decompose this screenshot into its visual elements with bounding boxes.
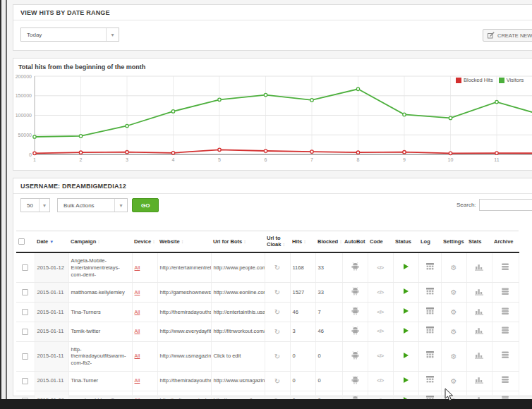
cell-campaign: Tina-Turners [68, 303, 132, 322]
log-calendar-icon[interactable] [426, 326, 434, 334]
code-icon[interactable]: </> [377, 264, 383, 271]
row-checkbox[interactable] [22, 289, 28, 295]
column-header-website[interactable]: Website↕ [157, 231, 211, 253]
cell-autobot [342, 322, 368, 341]
gear-icon[interactable]: ⚙ [451, 353, 457, 360]
cell-log [418, 322, 441, 341]
code-icon[interactable]: </> [377, 328, 383, 334]
archive-stack-icon[interactable] [501, 263, 509, 271]
bulk-actions-select[interactable]: Bulk Actions ▾ [57, 198, 128, 212]
archive-stack-icon[interactable] [501, 307, 509, 315]
cell-log [418, 303, 441, 322]
column-header-blocked[interactable]: Blocked↕ [315, 231, 342, 253]
select-all-checkbox[interactable] [18, 238, 25, 245]
device-all-link[interactable]: All [135, 265, 140, 270]
column-header-hits[interactable]: Hits↕ [290, 231, 315, 253]
log-calendar-icon[interactable] [426, 307, 434, 315]
column-header-campaign[interactable]: Campaign↕ [68, 231, 132, 253]
column-header-log: Log [418, 231, 441, 253]
status-play-icon[interactable] [404, 308, 409, 314]
autobot-android-icon[interactable] [351, 262, 359, 271]
cell-device: All [132, 283, 157, 303]
archive-stack-icon[interactable] [501, 351, 509, 359]
date-range-select[interactable]: Today ▾ [20, 28, 119, 42]
stats-chart-icon[interactable] [475, 307, 483, 315]
chevron-down-icon: ▾ [106, 28, 119, 41]
refresh-icon[interactable]: ↻ [274, 264, 280, 271]
gear-icon[interactable]: ⚙ [451, 377, 457, 385]
stats-chart-icon[interactable] [475, 288, 483, 295]
refresh-icon[interactable]: ↻ [274, 377, 280, 385]
cell-autobot [342, 283, 368, 303]
row-checkbox[interactable] [22, 378, 28, 384]
chart-title: Total hits from the beginning of the mon… [18, 63, 145, 71]
log-calendar-icon[interactable] [426, 263, 434, 271]
autobot-android-icon[interactable] [351, 351, 359, 360]
row-checkbox[interactable] [22, 309, 28, 315]
stats-chart-icon[interactable] [475, 376, 483, 384]
autobot-android-icon[interactable] [351, 376, 359, 384]
device-all-link[interactable]: All [135, 378, 140, 383]
autobot-android-icon[interactable] [351, 307, 359, 315]
create-new-campaign-button[interactable]: CREATE NEW CAMPAIGN [483, 29, 532, 42]
code-icon[interactable]: </> [377, 353, 383, 359]
log-calendar-icon[interactable] [426, 376, 434, 384]
code-icon[interactable]: </> [377, 309, 383, 315]
status-play-icon[interactable] [404, 264, 409, 269]
device-all-link[interactable]: All [135, 290, 140, 295]
device-all-link[interactable]: All [135, 329, 140, 334]
stats-chart-icon[interactable] [475, 326, 483, 334]
page-size-select[interactable]: 50 ▾ [20, 198, 50, 212]
search-input[interactable] [479, 199, 532, 211]
refresh-icon[interactable]: ↻ [274, 308, 280, 316]
create-new-campaign-label: CREATE NEW CAMPAIGN [497, 32, 532, 39]
gear-icon[interactable]: ⚙ [451, 308, 457, 316]
cell-checkbox [16, 371, 35, 391]
column-header-date[interactable]: Date▼ [35, 231, 68, 253]
autobot-android-icon[interactable] [351, 287, 359, 295]
row-checkbox[interactable] [22, 264, 28, 271]
code-icon[interactable]: </> [377, 377, 383, 384]
svg-text:6: 6 [265, 157, 267, 162]
gear-icon[interactable]: ⚙ [451, 264, 457, 271]
stats-chart-icon[interactable] [475, 263, 483, 271]
status-play-icon[interactable] [404, 328, 409, 334]
status-play-icon[interactable] [404, 353, 409, 358]
log-calendar-icon[interactable] [426, 351, 434, 359]
svg-text:7: 7 [310, 157, 313, 162]
status-play-icon[interactable] [404, 377, 409, 383]
cell-archive [492, 341, 519, 371]
autobot-android-icon[interactable] [351, 326, 359, 335]
cell-checkbox [16, 252, 35, 283]
device-all-link[interactable]: All [135, 353, 140, 358]
cell-status [393, 303, 418, 322]
code-icon[interactable]: </> [377, 289, 383, 295]
refresh-icon[interactable]: ↻ [274, 288, 280, 296]
cell-date: 2015-01-11 [35, 371, 68, 391]
column-header-device[interactable]: Device↕ [132, 231, 157, 253]
sort-icon: ↕ [152, 239, 155, 244]
archive-stack-icon[interactable] [501, 376, 509, 384]
device-all-link[interactable]: All [135, 310, 140, 315]
refresh-icon[interactable]: ↻ [274, 328, 280, 336]
log-calendar-icon[interactable] [426, 288, 434, 295]
cell-code: </> [368, 252, 393, 283]
gear-icon[interactable]: ⚙ [451, 328, 457, 336]
gear-icon[interactable]: ⚙ [451, 288, 457, 296]
stats-chart-icon[interactable] [475, 351, 483, 359]
svg-text:3: 3 [126, 157, 128, 162]
archive-stack-icon[interactable] [501, 288, 509, 295]
column-header-url-for-bots[interactable]: Url for Bots↕ [211, 231, 265, 253]
table-row: 2015-01-11 matthomas-kellylemley All htt… [16, 283, 519, 303]
cell-url-for-bots: http://www.eonline.com/n... [211, 283, 265, 303]
row-checkbox[interactable] [22, 353, 28, 360]
status-play-icon[interactable] [404, 288, 409, 294]
archive-stack-icon[interactable] [501, 326, 509, 334]
table-row: 2015-01-11 Tsmik-twitter All http://www.… [16, 322, 519, 341]
svg-text:2: 2 [80, 157, 83, 162]
refresh-icon[interactable]: ↻ [274, 353, 280, 360]
column-header-url-to-cloak[interactable]: Url to Cloak↕ [265, 231, 290, 253]
sort-icon: ↕ [97, 239, 100, 244]
row-checkbox[interactable] [22, 329, 28, 335]
go-button[interactable]: GO [132, 198, 159, 212]
